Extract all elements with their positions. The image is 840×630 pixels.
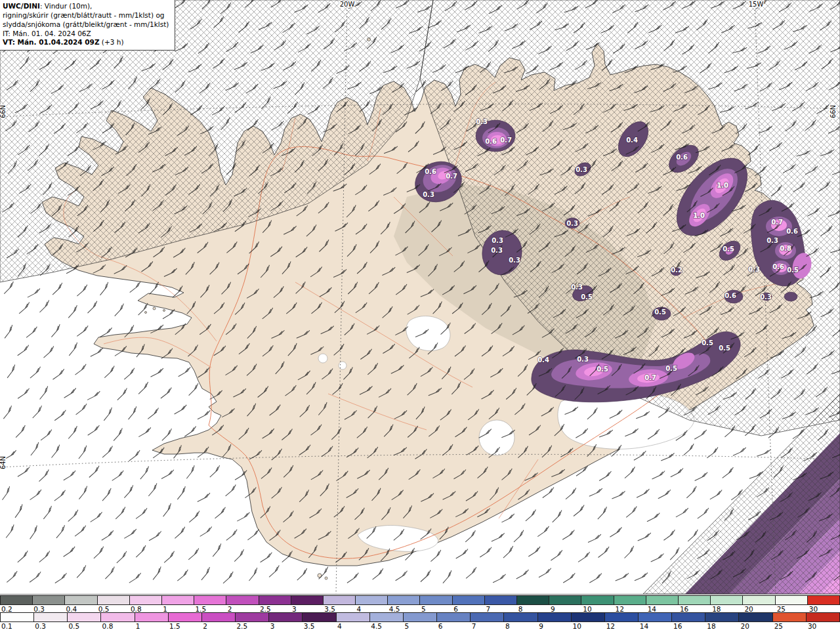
info-line-5: VT: Mán. 01.04.2024 09Z (+3 h) [3,38,169,47]
info-line-3: slydda/snjókoma (grátt/bleikt/grænt - mm… [3,20,169,30]
island-vestmannaeyjar-2 [325,577,327,579]
precip-value-label: 0.8 [780,245,791,252]
legend-label: 2.5 [235,622,268,630]
precip-value-label: 0.3 [577,356,589,363]
precip-value-label: 0.6 [676,154,688,161]
legend-label: 6 [437,622,471,630]
legend-label: 16 [672,622,705,630]
legend-cell [452,596,484,604]
legend-row-snow: 0.10.30.50.811.522.533.544.5567891012141… [0,612,840,629]
precip-value-label: 0.5 [719,345,730,352]
legend-cell [503,613,537,621]
legend-cell [33,613,67,621]
precip-value-label: 0.3 [566,220,578,227]
legend-label: 0.5 [97,605,129,613]
legend-label: 9 [537,622,571,630]
legend-label: 2 [201,622,235,630]
legend-cell [32,596,64,604]
legend-label: 12 [605,622,639,630]
product-desc: : Vindur (10m), [40,2,93,10]
precip-value-label: 0.5 [665,365,677,372]
parallel-label-66n-right: 66N [830,105,837,118]
legend-color-strip [0,612,840,622]
legend-cell [772,613,806,621]
legend-cell [710,596,742,604]
legend-label: 0.3 [32,605,64,613]
precip-value-label: 0.6 [724,292,736,299]
product-name: UWC/DINI [3,2,40,10]
precip-value-label: 0.3 [760,293,772,301]
legend-cell [742,596,774,604]
precip-value-label: 0.5 [654,308,666,316]
legend-cell [775,596,807,604]
legend-label: 12 [614,605,646,613]
legend-label: 0.2 [0,605,32,613]
legend-label: 0.5 [67,622,100,630]
legend-label: 3 [269,622,303,630]
legend-label: 10 [571,622,604,630]
precip-value-label: 0.3 [423,191,434,198]
legend-cell [806,613,840,621]
island-breidafjordur-2 [163,310,165,312]
legend-label: 4 [336,622,369,630]
precip-value-label: 0.5 [723,245,734,253]
glacier-small-1 [318,354,327,363]
legend-label: 2 [226,605,259,613]
legend-cell [571,613,604,621]
precip-value-label: 0.6 [786,228,798,235]
legend-label: 16 [679,605,711,613]
legend-cell [537,613,571,621]
meridian-label-15w: 15W [749,1,764,8]
legend-label: 1.5 [168,622,201,630]
legend-label: 3.5 [323,605,355,613]
legend-cell [64,596,96,604]
legend-label: 0.8 [101,622,135,630]
legend-label: 6 [452,605,484,613]
legend-label: 3.5 [303,622,336,630]
legend-cell [323,596,355,604]
legend-row-rain: 0.20.30.40.50.811.522.533.544.5567891012… [0,595,840,612]
precip-value-label: 0.3 [766,237,778,244]
meridian-label-20w: 20W [340,1,355,8]
legend-label: 20 [739,622,772,630]
legend-cell [807,596,840,604]
precip-value-label: 0.4 [537,356,549,364]
legend-label: 18 [705,622,739,630]
legend-label: 7 [471,622,504,630]
glacier-small-2 [339,362,346,369]
legend-cell [355,596,387,604]
legend-label: 1.5 [194,605,226,613]
legend-cell [604,613,638,621]
precip-value-label: 0.5 [597,366,608,373]
legend-cell [0,613,33,621]
legend-label: 0.8 [129,605,161,613]
legend-label: 25 [773,622,807,630]
precip-value-label: 0.5 [787,266,799,274]
legend-cell [67,613,100,621]
legend-labels: 0.20.30.40.50.811.522.533.544.5567891012… [0,605,840,613]
legend-cell [470,613,503,621]
legend-cell [135,613,168,621]
legend-cell [678,596,710,604]
precip-value-label: 0.3 [576,166,587,173]
legend-label: 8 [504,622,537,630]
legend-cell [549,596,581,604]
legend-label: 0.3 [33,622,67,630]
legend-cell [201,613,235,621]
precip-value-label: 0.3 [491,247,503,254]
legend-label: 5 [420,605,452,613]
precip-value-label: 0.3 [476,118,488,125]
legend-label: 7 [485,605,517,613]
legend-cell [484,596,516,604]
legend-cell [646,596,678,604]
precip-value-label: 0.7 [446,173,457,180]
info-line-2: rigning/skúrir (grænt/blátt/rautt - mm/1… [3,11,169,20]
legend-cell [671,613,705,621]
legend-label: 30 [807,622,840,630]
legend-cell [235,613,268,621]
precip-value-label: 0.6 [772,263,784,270]
legend-cell [516,596,549,604]
legend-cell [161,596,194,604]
legend-label: 1 [161,605,194,613]
legend-cell [387,596,419,604]
